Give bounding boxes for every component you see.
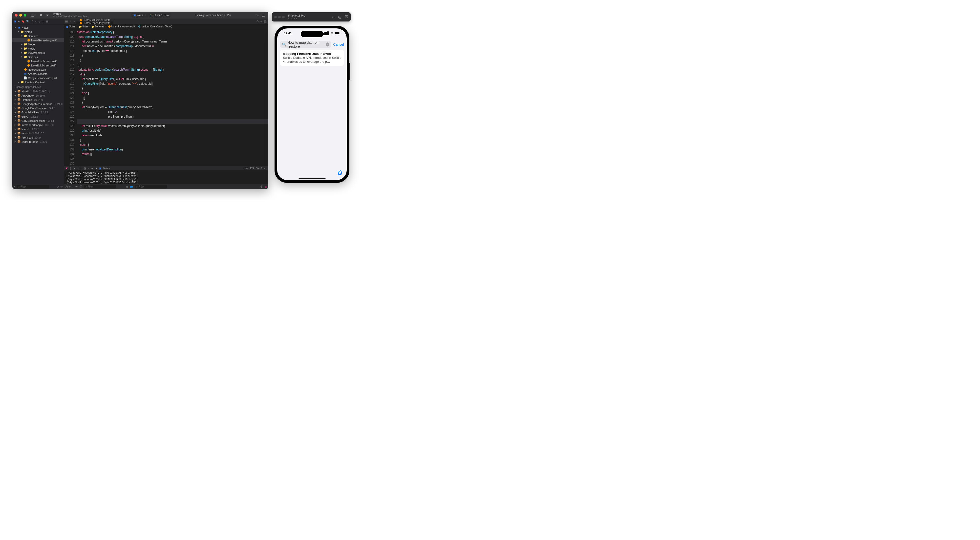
tree-item[interactable]: ▼📁Screens [12, 55, 64, 59]
jump-segment[interactable]: performQuery(searchTerm:) [142, 25, 172, 28]
close-icon[interactable] [15, 14, 18, 17]
disclosure-icon[interactable]: ▶ [14, 124, 16, 126]
source-editor[interactable]: 1081091101111121131141151161171181191201… [64, 29, 268, 166]
related-icon[interactable]: ▤ [65, 20, 68, 23]
library-button[interactable] [261, 12, 266, 18]
jump-segment[interactable]: Notes [82, 25, 88, 28]
tree-item[interactable]: ▶📁Preview Content [12, 80, 64, 84]
rotate-icon[interactable]: ⇱ [345, 14, 348, 19]
refresh-icon[interactable]: ⟲ [256, 20, 258, 23]
scheme-selector[interactable]: ▣Notes 〉 📱iPhone 15 Pro [132, 13, 171, 17]
nav-filter[interactable]: ⌕ Filter [17, 185, 49, 189]
step-in-icon[interactable]: ↓ [77, 167, 78, 170]
tree-item[interactable]: ▼▣Notes [12, 25, 64, 30]
issue-icon[interactable]: ⚠ [31, 20, 33, 23]
pause-icon[interactable]: ‖ [70, 167, 71, 170]
dep-item[interactable]: ▶📦abseil1.2024011601.1 [12, 89, 64, 94]
zoom-icon[interactable] [24, 14, 26, 17]
disclosure-icon[interactable]: ▶ [14, 103, 16, 105]
dep-item[interactable]: ▶📦gRPC1.62.2 [12, 114, 64, 119]
tree-item[interactable]: ▼📁Notes [12, 30, 64, 34]
back-icon[interactable]: ‹ [70, 20, 72, 23]
add-icon[interactable]: + [14, 185, 15, 188]
memory-icon[interactable]: ⎋ [88, 167, 89, 170]
compose-button[interactable] [337, 170, 343, 176]
split-console-icon[interactable]: ▥ [265, 185, 267, 188]
tree-item[interactable]: ▼📁Services [12, 34, 64, 38]
disclosure-icon[interactable]: ▶ [21, 43, 23, 46]
screenshot-icon[interactable]: ◎ [338, 14, 342, 19]
home-indicator[interactable] [299, 178, 326, 179]
add-button[interactable] [255, 12, 261, 18]
disclosure-icon[interactable]: ▶ [14, 90, 16, 92]
disclosure-icon[interactable]: ▶ [14, 98, 16, 101]
close-icon[interactable] [274, 16, 277, 18]
result-card[interactable]: Mapping Firestore Data in Swift Swift's … [280, 50, 344, 66]
tree-item[interactable]: ▶📁Model [12, 42, 64, 46]
clear-icon[interactable]: ✕ [326, 43, 329, 46]
dep-item[interactable]: ▶📦GoogleUtilities7.13.1 [12, 110, 64, 114]
tree-item[interactable]: 🗂Assets.xcassets [12, 71, 64, 76]
disclosure-icon[interactable]: ▶ [14, 132, 16, 134]
step-out-icon[interactable]: ↑ [80, 167, 81, 170]
tree-item[interactable]: 🔶NotesApp.swift [12, 67, 64, 71]
play-button[interactable] [45, 12, 50, 18]
eye-icon[interactable]: 👁 [75, 185, 78, 188]
disclosure-icon[interactable]: ▼ [18, 31, 19, 33]
location-icon[interactable]: ◈ [91, 167, 93, 170]
debug-icon[interactable]: ⎋ [38, 20, 40, 23]
minimize-icon[interactable] [278, 16, 281, 18]
minimize-icon[interactable] [19, 14, 22, 17]
dep-item[interactable]: ▶📦AppCheck10.19.0 [12, 94, 64, 98]
tree-item[interactable]: 🔶NotesListScreen.swift [12, 59, 64, 63]
disclosure-icon[interactable]: ▼ [21, 35, 23, 37]
disclosure-icon[interactable]: ▶ [14, 94, 16, 97]
sidebar-toggle-icon[interactable] [30, 12, 35, 18]
jump-segment[interactable]: Services [95, 25, 104, 28]
disclosure-icon[interactable]: ▶ [14, 111, 16, 113]
breakpoint-toggle-icon[interactable]: ◤ [66, 167, 68, 170]
env-icon[interactable]: ➤ [95, 167, 97, 170]
disclosure-icon[interactable]: ▶ [14, 128, 16, 130]
tree-item[interactable]: ▶📁Views [12, 46, 64, 51]
find-icon[interactable]: 🔍 [26, 20, 30, 23]
project-nav-icon[interactable]: ▣ [14, 20, 16, 23]
iphone-screen[interactable]: 09:41 ▂▄▆█ 🔍 How to map dat from firesto… [277, 29, 347, 180]
dep-item[interactable]: ▶📦SwiftProtobuf1.26.0 [12, 140, 64, 144]
report-icon[interactable]: ▤ [46, 20, 48, 23]
step-over-icon[interactable]: ↷ [73, 167, 75, 170]
search-input[interactable]: 🔍 How to map dat from firestore ✕ [280, 41, 331, 48]
disclosure-icon[interactable]: ▼ [21, 56, 23, 58]
disclosure-icon[interactable]: ▶ [18, 81, 19, 83]
dep-item[interactable]: ▶📦nanopb2.30910.0 [12, 131, 64, 135]
navigator-selector[interactable]: ▣ ◈ 🔖 🔍 ⚠ ◇ ⎋ ▭ ▤ [12, 19, 64, 24]
scm-icon[interactable]: ⊙ [57, 185, 59, 188]
disclosure-icon[interactable]: ▶ [14, 137, 16, 138]
disclosure-icon[interactable]: ▶ [21, 48, 23, 50]
source-control-icon[interactable]: ◈ [18, 20, 20, 23]
disclosure-icon[interactable]: ▶ [21, 52, 23, 54]
bookmark-icon[interactable]: 🔖 [21, 20, 25, 23]
minimap-icon[interactable]: ▭ [264, 167, 266, 170]
tree-item[interactable]: ▶📁ViewModifiers [12, 51, 64, 55]
info-icon[interactable]: ⓘ [80, 185, 82, 188]
disclosure-icon[interactable]: ▶ [14, 141, 16, 143]
jump-bar[interactable]: ▣ Notes〉📁Notes〉📁Services〉🔶 NotesReposito… [64, 24, 268, 29]
debug-console[interactable]: ["GybbVqm9jHoaodmwVpYv", "gMrO1fIiXM5f4l… [64, 170, 268, 184]
home-icon[interactable]: ⌂ [332, 14, 334, 19]
disclosure-icon[interactable]: ▶ [14, 115, 16, 118]
jump-segment[interactable]: Notes [69, 25, 75, 28]
tree-item[interactable]: 📄GoogleService-Info.plist [12, 76, 64, 80]
split-icon[interactable]: ▥ [264, 20, 266, 23]
dep-item[interactable]: ▶📦GTMSessionFetcher3.4.1 [12, 119, 64, 123]
variables-filter[interactable]: ⌕ Filter [84, 185, 116, 189]
output-icon[interactable]: ▤ [126, 185, 128, 188]
stop-button[interactable] [38, 12, 44, 18]
dep-item[interactable]: ▶📦GoogleAppMeasurement10.24.0 [12, 102, 64, 106]
trash-icon[interactable]: 🗑 [260, 185, 262, 188]
dep-item[interactable]: ▶📦Firebase10.24.0 [12, 98, 64, 102]
debug-view-icon[interactable]: ◳ [84, 167, 86, 170]
dep-item[interactable]: ▶📦Promises2.4.0 [12, 135, 64, 140]
console-filter[interactable]: ⌕ Filter [135, 185, 167, 189]
jump-segment[interactable]: NotesRepository.swift [111, 25, 135, 28]
